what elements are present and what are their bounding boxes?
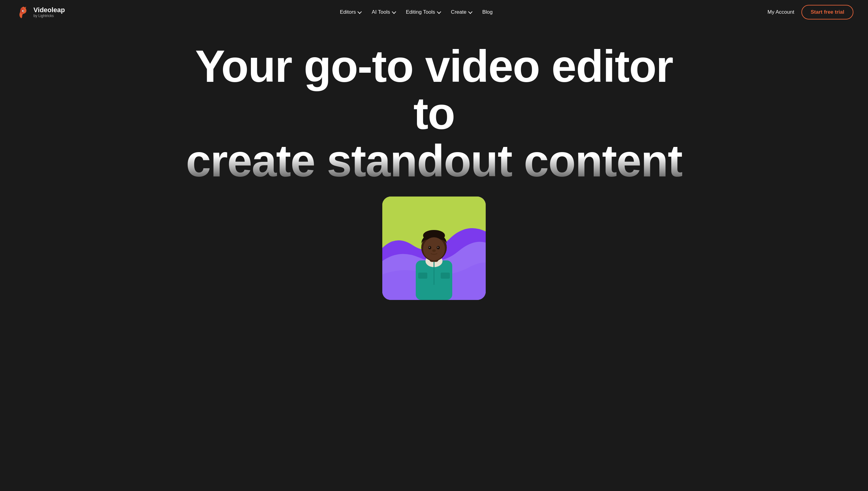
nav-item-blog[interactable]: Blog bbox=[482, 9, 493, 15]
nav-item-editing-tools[interactable]: Editing Tools bbox=[406, 9, 440, 15]
svg-point-9 bbox=[423, 237, 445, 260]
svg-point-2 bbox=[23, 11, 24, 11]
logo-bird-icon bbox=[14, 4, 30, 20]
main-navigation: Videoleap by Lightricks Editors AI Tools… bbox=[0, 0, 868, 24]
brand-subtitle: by Lightricks bbox=[33, 14, 65, 18]
my-account-link[interactable]: My Account bbox=[768, 9, 795, 15]
nav-item-create[interactable]: Create bbox=[451, 9, 471, 15]
nav-links-list: Editors AI Tools Editing Tools Create bbox=[340, 9, 492, 15]
nav-link-blog[interactable]: Blog bbox=[482, 9, 493, 15]
hero-preview-card[interactable] bbox=[382, 197, 486, 300]
nav-link-ai-tools[interactable]: AI Tools bbox=[372, 9, 395, 15]
brand-logo[interactable]: Videoleap by Lightricks bbox=[14, 4, 65, 20]
nav-link-editing-tools[interactable]: Editing Tools bbox=[406, 9, 440, 15]
chevron-down-icon bbox=[358, 10, 362, 14]
start-trial-button[interactable]: Start free trial bbox=[801, 5, 854, 20]
svg-point-14 bbox=[432, 250, 436, 252]
chevron-down-icon bbox=[392, 10, 396, 14]
hero-section: Your go-to video editor to create stando… bbox=[0, 24, 868, 491]
chevron-down-icon bbox=[468, 10, 472, 14]
nav-item-editors[interactable]: Editors bbox=[340, 9, 361, 15]
person-figure-svg bbox=[382, 197, 486, 300]
hero-headline: Your go-to video editor to create stando… bbox=[160, 42, 708, 184]
svg-rect-16 bbox=[418, 272, 427, 279]
svg-point-12 bbox=[429, 247, 430, 248]
nav-cta-area: My Account Start free trial bbox=[768, 5, 854, 20]
svg-rect-17 bbox=[441, 272, 450, 279]
svg-point-13 bbox=[437, 247, 439, 248]
chevron-down-icon bbox=[437, 10, 441, 14]
nav-link-create[interactable]: Create bbox=[451, 9, 471, 15]
nav-link-editors[interactable]: Editors bbox=[340, 9, 361, 15]
brand-name: Videoleap bbox=[33, 6, 65, 14]
hero-title-line1: Your go-to video editor to bbox=[173, 42, 695, 137]
hero-title-line2: create standout content bbox=[173, 137, 695, 184]
nav-item-ai-tools[interactable]: AI Tools bbox=[372, 9, 395, 15]
